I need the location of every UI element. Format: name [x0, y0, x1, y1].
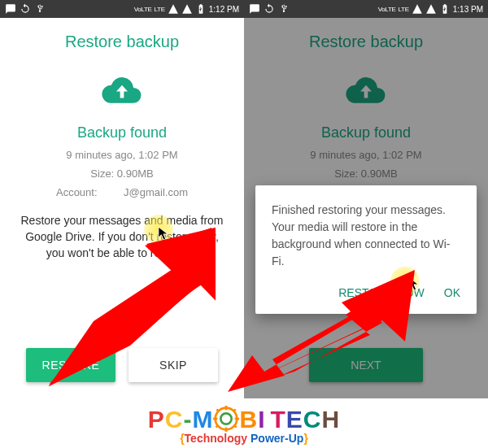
signal-icon [425, 3, 437, 15]
lte-label: LTE [155, 6, 165, 13]
sync-icon [264, 3, 275, 15]
restore-button[interactable]: RESTORE [26, 348, 115, 382]
signal-icon [181, 3, 193, 15]
svg-rect-5 [225, 428, 228, 432]
battery-icon [195, 3, 207, 15]
usb-icon [278, 3, 290, 15]
page-title: Restore backup [11, 33, 233, 51]
logo-tagline: {Technology Power-Up} [0, 433, 488, 445]
restore-complete-dialog: Finished restoring your messages. Your m… [255, 185, 477, 314]
svg-rect-4 [225, 406, 228, 410]
restore-backup-screen: Restore backup Backup found 9 minutes ag… [0, 18, 244, 261]
chat-icon [5, 3, 16, 15]
status-bar: VoLTE LTE 1:13 PM [244, 0, 488, 18]
status-bar: VoLTE LTE 1:12 PM [0, 0, 244, 18]
volte-label: VoLTE [134, 6, 152, 13]
action-buttons: RESTORE SKIP [0, 348, 244, 382]
usb-icon [34, 3, 46, 15]
restore-now-button[interactable]: RESTORE NOW [338, 281, 425, 304]
restore-description: Restore your messages and media from Goo… [15, 212, 229, 262]
volte-label: VoLTE [378, 6, 396, 13]
status-time: 1:13 PM [453, 5, 483, 14]
battery-icon [439, 3, 451, 15]
backup-time: 9 minutes ago, 1:02 PM [11, 148, 233, 163]
backup-found-title: Backup found [11, 124, 233, 141]
svg-point-12 [221, 414, 232, 424]
skip-button[interactable]: SKIP [129, 348, 218, 382]
cloud-upload-icon [102, 74, 142, 107]
backup-size: Size: 0.90MB [11, 167, 233, 182]
backup-account: Account: J@gmail.com [11, 185, 233, 201]
phone-right: VoLTE LTE 1:13 PM Restore backup Backup … [244, 0, 488, 398]
ok-button[interactable]: OK [444, 281, 460, 304]
logo-text: PC-MBITECH [0, 407, 488, 434]
gear-icon [213, 406, 239, 432]
svg-rect-6 [213, 418, 217, 420]
status-time: 1:12 PM [209, 5, 239, 14]
sync-icon [20, 3, 31, 15]
dialog-message: Finished restoring your messages. Your m… [272, 202, 460, 270]
chat-icon [249, 3, 260, 15]
watermark-logo: PC-MBITECH {Technology Power-Up} [0, 407, 488, 445]
lte-label: LTE [399, 6, 409, 13]
signal-icon [412, 3, 423, 15]
svg-rect-7 [235, 418, 239, 420]
signal-icon [168, 3, 179, 15]
phone-left: VoLTE LTE 1:12 PM Restore backup Backup … [0, 0, 244, 398]
